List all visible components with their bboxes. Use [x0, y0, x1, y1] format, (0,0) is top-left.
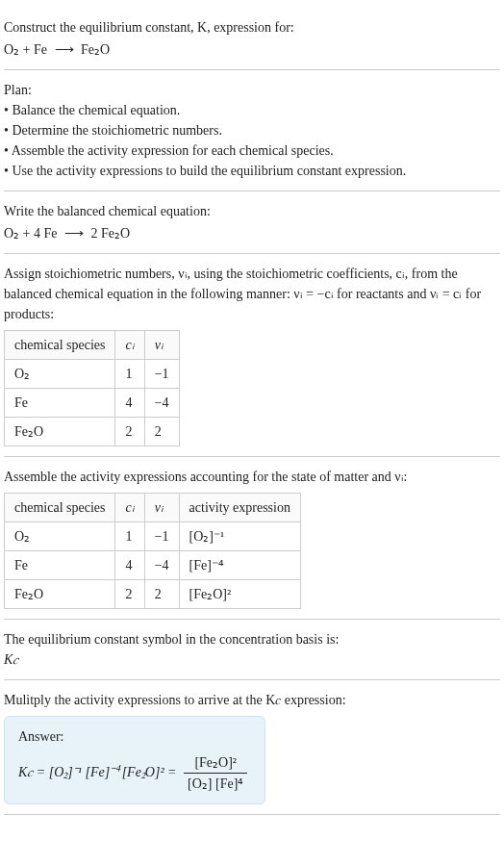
cell-ci: 2 — [115, 418, 144, 446]
section-kc-symbol: The equilibrium constant symbol in the c… — [4, 620, 500, 680]
unbalanced-equation: O₂ + Fe ⟶ Fe₂O — [4, 39, 500, 60]
col-species: chemical species — [5, 331, 115, 360]
table-row: Fe₂O 2 2 — [5, 418, 180, 446]
kc-lhs: K𝑐 = [O₂]⁻¹ [Fe]⁻⁴ [Fe₂O]² = — [18, 765, 177, 779]
kc-symbol: K𝑐 — [4, 649, 500, 670]
table-row: Fe 4 −4 [Fe]⁻⁴ — [5, 551, 301, 580]
cell-species: O₂ — [5, 522, 115, 551]
table-row: O₂ 1 −1 [O₂]⁻¹ — [5, 522, 301, 551]
section-result: Mulitply the activity expressions to arr… — [4, 680, 500, 815]
col-nui: νᵢ — [144, 331, 179, 360]
section-prompt: Construct the equilibrium constant, K, e… — [4, 8, 500, 70]
cell-species: Fe₂O — [5, 418, 115, 446]
col-activity: activity expression — [179, 494, 300, 522]
fraction-denominator: [O₂] [Fe]⁴ — [184, 774, 247, 794]
cell-nui: −4 — [144, 551, 179, 580]
cell-activity: [O₂]⁻¹ — [179, 522, 300, 551]
plan-bullet-1: • Balance the chemical equation. — [4, 100, 500, 120]
plan-bullet-2: • Determine the stoichiometric numbers. — [4, 120, 500, 140]
eq-right: Fe₂O — [81, 42, 110, 57]
balanced-intro: Write the balanced chemical equation: — [4, 201, 500, 221]
cell-species: Fe₂O — [5, 580, 115, 609]
section-activity: Assemble the activity expressions accoun… — [4, 457, 500, 620]
cell-ci: 1 — [115, 522, 144, 551]
kc-expression: K𝑐 = [O₂]⁻¹ [Fe]⁻⁴ [Fe₂O]² = [Fe₂O]² [O₂… — [18, 752, 251, 794]
activity-table: chemical species cᵢ νᵢ activity expressi… — [4, 493, 301, 609]
col-nui: νᵢ — [144, 494, 179, 522]
cell-nui: 2 — [144, 580, 179, 609]
col-ci: cᵢ — [115, 494, 144, 522]
answer-box: Answer: K𝑐 = [O₂]⁻¹ [Fe]⁻⁴ [Fe₂O]² = [Fe… — [4, 716, 265, 804]
section-plan: Plan: • Balance the chemical equation. •… — [4, 70, 500, 191]
plan-title: Plan: — [4, 80, 500, 100]
col-ci: cᵢ — [115, 331, 144, 360]
fraction-numerator: [Fe₂O]² — [184, 752, 247, 774]
table-row: O₂ 1 −1 — [5, 360, 180, 389]
cell-nui: 2 — [144, 418, 179, 446]
stoich-table: chemical species cᵢ νᵢ O₂ 1 −1 Fe 4 −4 F… — [4, 330, 180, 446]
prompt-line: Construct the equilibrium constant, K, e… — [4, 17, 500, 38]
cell-activity: [Fe₂O]² — [179, 580, 300, 609]
fraction: [Fe₂O]² [O₂] [Fe]⁴ — [184, 752, 247, 794]
eq-left: O₂ + 4 Fe — [4, 226, 58, 241]
cell-activity: [Fe]⁻⁴ — [179, 551, 300, 580]
plan-bullet-4: • Use the activity expressions to build … — [4, 161, 500, 181]
cell-ci: 4 — [115, 389, 144, 418]
eq-right: 2 Fe₂O — [91, 226, 131, 241]
section-balanced: Write the balanced chemical equation: O₂… — [4, 191, 500, 254]
cell-ci: 4 — [115, 551, 144, 580]
table-row: Fe₂O 2 2 [Fe₂O]² — [5, 580, 301, 609]
section-stoich: Assign stoichiometric numbers, νᵢ, using… — [4, 254, 500, 457]
balanced-equation: O₂ + 4 Fe ⟶ 2 Fe₂O — [4, 223, 500, 243]
cell-nui: −1 — [144, 360, 179, 389]
result-intro: Mulitply the activity expressions to arr… — [4, 690, 500, 710]
plan-bullet-3: • Assemble the activity expression for e… — [4, 140, 500, 161]
cell-ci: 2 — [115, 580, 144, 609]
cell-species: Fe — [5, 551, 115, 580]
cell-species: Fe — [5, 389, 115, 418]
cell-ci: 1 — [115, 360, 144, 389]
cell-nui: −4 — [144, 389, 179, 418]
stoich-intro: Assign stoichiometric numbers, νᵢ, using… — [4, 264, 500, 324]
kc-intro: The equilibrium constant symbol in the c… — [4, 629, 500, 649]
arrow-icon: ⟶ — [55, 39, 74, 60]
activity-intro: Assemble the activity expressions accoun… — [4, 467, 500, 487]
cell-nui: −1 — [144, 522, 179, 551]
table-row: Fe 4 −4 — [5, 389, 180, 418]
col-species: chemical species — [5, 494, 115, 522]
answer-label: Answer: — [18, 726, 251, 747]
eq-left: O₂ + Fe — [4, 42, 47, 57]
arrow-icon: ⟶ — [64, 223, 84, 243]
cell-species: O₂ — [5, 360, 115, 389]
